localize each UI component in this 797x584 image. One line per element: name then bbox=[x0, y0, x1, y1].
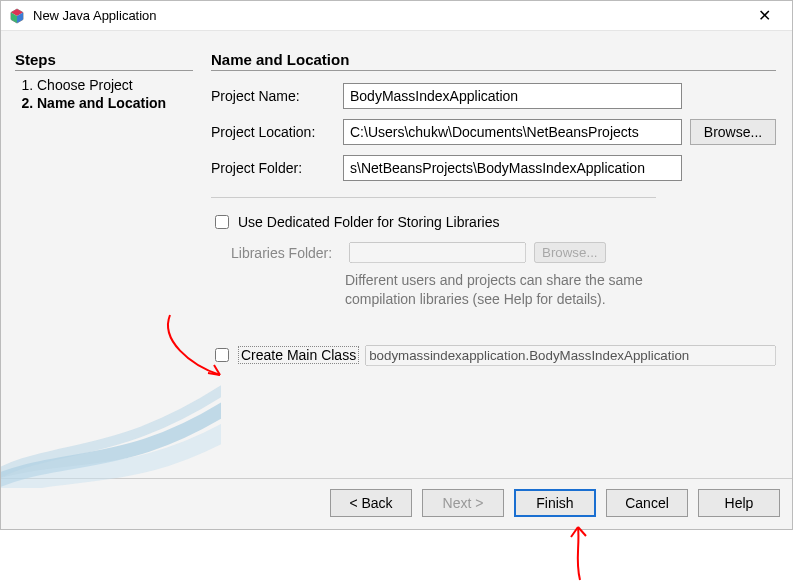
project-folder-input[interactable] bbox=[343, 155, 682, 181]
step-item: Name and Location bbox=[37, 95, 193, 111]
steps-heading: Steps bbox=[15, 51, 193, 71]
wizard-body: Steps Choose Project Name and Location N… bbox=[1, 31, 792, 478]
titlebar: New Java Application ✕ bbox=[1, 1, 792, 31]
divider bbox=[211, 197, 656, 198]
browse-location-button[interactable]: Browse... bbox=[690, 119, 776, 145]
wizard-buttons: < Back Next > Finish Cancel Help bbox=[1, 478, 792, 529]
steps-sidebar: Steps Choose Project Name and Location bbox=[11, 41, 201, 478]
libraries-hint: Different users and projects can share t… bbox=[345, 271, 665, 309]
project-name-label: Project Name: bbox=[211, 88, 335, 104]
annotation-arrow-icon bbox=[550, 525, 610, 584]
create-main-class-label: Create Main Class bbox=[238, 346, 359, 364]
dedicated-folder-label: Use Dedicated Folder for Storing Librari… bbox=[238, 214, 499, 230]
project-location-input[interactable] bbox=[343, 119, 682, 145]
decorative-swoosh bbox=[1, 368, 221, 488]
create-main-class-checkbox[interactable] bbox=[215, 348, 229, 362]
help-button[interactable]: Help bbox=[698, 489, 780, 517]
finish-button[interactable]: Finish bbox=[514, 489, 596, 517]
main-panel: Name and Location Project Name: Project … bbox=[201, 41, 782, 478]
window-title: New Java Application bbox=[33, 8, 744, 23]
project-name-input[interactable] bbox=[343, 83, 682, 109]
browse-libraries-button: Browse... bbox=[534, 242, 606, 263]
project-location-label: Project Location: bbox=[211, 124, 335, 140]
main-class-input bbox=[365, 345, 776, 366]
dedicated-folder-checkbox[interactable] bbox=[215, 215, 229, 229]
back-button[interactable]: < Back bbox=[330, 489, 412, 517]
next-button: Next > bbox=[422, 489, 504, 517]
project-folder-label: Project Folder: bbox=[211, 160, 335, 176]
step-item: Choose Project bbox=[37, 77, 193, 93]
panel-heading: Name and Location bbox=[211, 51, 776, 71]
app-icon bbox=[9, 8, 25, 24]
steps-list: Choose Project Name and Location bbox=[15, 77, 193, 111]
libraries-folder-label: Libraries Folder: bbox=[231, 245, 341, 261]
close-icon[interactable]: ✕ bbox=[744, 2, 784, 30]
wizard-window: New Java Application ✕ Steps Choose Proj… bbox=[0, 0, 793, 530]
cancel-button[interactable]: Cancel bbox=[606, 489, 688, 517]
libraries-folder-input bbox=[349, 242, 526, 263]
